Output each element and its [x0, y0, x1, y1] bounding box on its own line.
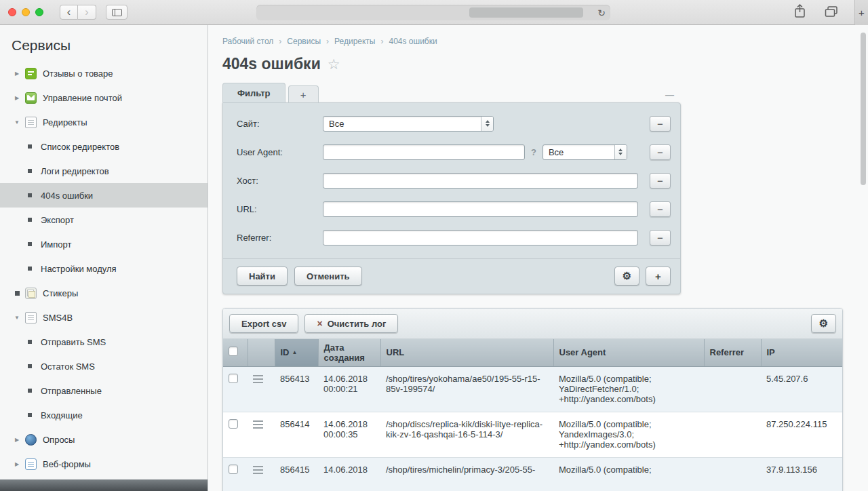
sidebar-item-module-settings[interactable]: Настройки модуля [0, 256, 208, 281]
breadcrumb-item-services[interactable]: Сервисы [287, 37, 321, 46]
remove-field-button[interactable]: − [650, 230, 671, 246]
back-button[interactable]: ‹ [60, 5, 78, 20]
sidebar-item-export[interactable]: Экспорт [0, 208, 208, 232]
sidebar-item-import[interactable]: Импорт [0, 232, 208, 256]
site-select[interactable]: Все [323, 116, 494, 132]
clear-log-button[interactable]: × Очистить лог [304, 314, 398, 333]
help-icon[interactable]: ? [531, 147, 536, 157]
page-scrollbar[interactable] [861, 33, 866, 185]
close-window-button[interactable] [8, 8, 16, 16]
tab-filter[interactable]: Фильтр [222, 83, 285, 102]
host-input[interactable] [323, 173, 638, 189]
cell-url: /shop/tires/michelin/primacy-3/205-55- [380, 457, 553, 491]
cancel-button[interactable]: Отменить [294, 267, 362, 286]
page-title: 404s ошибки [222, 55, 321, 73]
cell-referrer [704, 366, 761, 412]
url-redacted-text [469, 7, 583, 18]
sidebar-item-redirect-logs[interactable]: Логи редиректов [0, 159, 208, 183]
cell-user-agent: Mozilla/5.0 (compatible; [553, 457, 704, 491]
chevron-right-icon[interactable]: ▶ [13, 71, 21, 77]
close-icon: × [317, 318, 322, 329]
share-icon[interactable] [794, 4, 806, 18]
sidebar-item-redirects[interactable]: ▼ Редиректы [0, 110, 208, 134]
user-agent-select-value: Все [549, 147, 564, 157]
table-row[interactable]: 856413 14.06.201800:00:21 /shop/tires/yo… [223, 366, 842, 412]
filter-settings-button[interactable]: ⚙ [614, 267, 639, 286]
sidebar-item-sms4b[interactable]: ▼ SMS4B [0, 305, 208, 330]
new-tab-button[interactable]: + [854, 0, 868, 25]
add-filter-field-button[interactable]: + [646, 267, 671, 286]
chevron-right-icon: › [279, 37, 281, 46]
forward-button[interactable]: › [78, 5, 96, 20]
cell-date: 14.06.2018 [318, 457, 380, 491]
breadcrumb-item-desktop[interactable]: Рабочий стол [222, 37, 273, 46]
header-date[interactable]: Дата создания [318, 339, 380, 366]
sidebar-item-inbox[interactable]: Входящие [0, 403, 208, 427]
user-agent-select[interactable]: Все [542, 144, 627, 160]
bullet-icon [28, 340, 32, 344]
globe-icon [25, 434, 37, 446]
refresh-icon[interactable]: ↻ [597, 8, 606, 18]
sidebar-item-redirect-list[interactable]: Список редиректов [0, 134, 208, 159]
tab-overview-icon[interactable] [825, 5, 838, 18]
sidebar-item-label: Остаток SMS [41, 361, 95, 372]
row-menu-icon[interactable] [253, 375, 263, 383]
remove-field-button[interactable]: − [650, 144, 671, 160]
remove-field-button[interactable]: − [650, 116, 671, 132]
header-referrer[interactable]: Referrer [704, 339, 761, 366]
row-checkbox[interactable] [229, 374, 238, 383]
sidebar-item-polls[interactable]: ▶ Опросы [0, 427, 208, 452]
add-filter-tab-button[interactable]: + [288, 85, 319, 102]
sidebar-item-label: Импорт [41, 239, 71, 250]
address-bar[interactable]: ↻ [256, 5, 610, 20]
table-row[interactable]: 856414 14.06.201800:00:35 /shop/discs/re… [223, 412, 842, 457]
collapse-filter-icon[interactable]: — [665, 90, 674, 100]
zoom-window-button[interactable] [35, 8, 43, 16]
referrer-input[interactable] [323, 230, 638, 246]
chevron-right-icon[interactable]: ▶ [13, 437, 21, 443]
sidebar-toggle-button[interactable] [106, 5, 127, 20]
chevron-right-icon: › [381, 37, 384, 46]
header-id[interactable]: ID▲ [275, 339, 318, 366]
site-select-value: Все [329, 119, 344, 129]
row-menu-icon[interactable] [253, 466, 263, 474]
sidebar-item-label: Редиректы [43, 117, 87, 127]
remove-field-button[interactable]: − [650, 201, 671, 217]
favorite-star-icon[interactable]: ☆ [328, 57, 340, 71]
sidebar-item-mail[interactable]: ▶ Управление почтой [0, 85, 208, 110]
sidebar-menu: ▶ Отзывы о товаре ▶ Управление почтой ▼ … [0, 61, 208, 476]
user-agent-input[interactable] [323, 144, 525, 160]
table-row[interactable]: 856415 14.06.2018 /shop/tires/michelin/p… [223, 457, 842, 491]
header-user-agent[interactable]: User Agent [553, 339, 704, 366]
grid-toolbar: Export csv × Очистить лог ⚙ [223, 309, 842, 339]
sidebar-item-sent[interactable]: Отправленные [0, 378, 208, 403]
row-menu-icon[interactable] [253, 420, 263, 429]
sidebar-item-label: Стикеры [43, 288, 78, 298]
sidebar-item-404-errors[interactable]: 404s ошибки [0, 183, 208, 208]
bullet-icon [28, 193, 32, 197]
row-checkbox[interactable] [229, 419, 238, 429]
sidebar-item-sms-balance[interactable]: Остаток SMS [0, 354, 208, 378]
select-all-checkbox[interactable] [229, 347, 238, 356]
breadcrumb-item-redirects[interactable]: Редиректы [334, 37, 375, 46]
sidebar-item-reviews[interactable]: ▶ Отзывы о товаре [0, 61, 208, 85]
export-csv-button[interactable]: Export csv [229, 314, 298, 333]
chevron-down-icon[interactable]: ▼ [13, 315, 21, 321]
sidebar-item-webforms[interactable]: ▶ Веб-формы [0, 452, 208, 476]
sidebar-item-send-sms[interactable]: Отправить SMS [0, 330, 208, 354]
cell-user-agent: Mozilla/5.0 (compatible; YandexImages/3.… [553, 412, 704, 457]
remove-field-button[interactable]: − [650, 173, 671, 189]
header-ip[interactable]: IP [761, 339, 842, 366]
chevron-right-icon[interactable]: ▶ [13, 461, 21, 467]
grid-settings-button[interactable]: ⚙ [811, 314, 836, 333]
sidebar-item-stickers[interactable]: Стикеры [0, 281, 208, 305]
sidebar: Сервисы ▶ Отзывы о товаре ▶ Управление п… [0, 25, 208, 491]
header-url[interactable]: URL [380, 339, 553, 366]
find-button[interactable]: Найти [237, 267, 288, 286]
url-input[interactable] [323, 201, 638, 217]
chevron-right-icon[interactable]: ▶ [13, 95, 21, 101]
minimize-window-button[interactable] [22, 8, 30, 16]
chevron-down-icon[interactable]: ▼ [13, 119, 21, 125]
breadcrumb: Рабочий стол › Сервисы › Редиректы › 404… [222, 37, 868, 46]
row-checkbox[interactable] [229, 465, 238, 474]
